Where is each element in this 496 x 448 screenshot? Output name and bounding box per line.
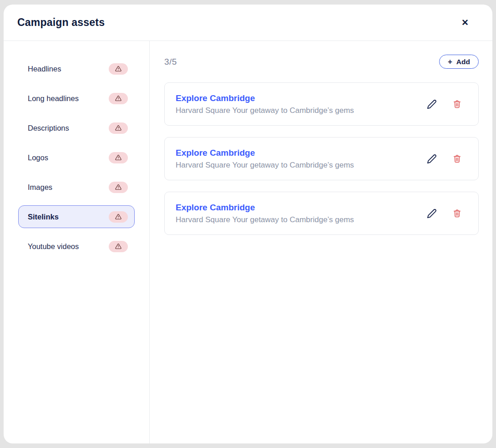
warning-badge <box>109 241 128 252</box>
sidebar-item-headlines[interactable]: Headlines <box>18 57 135 80</box>
asset-card: Explore Cambridge Harvard Square Your ge… <box>164 137 479 180</box>
alert-triangle-icon <box>115 154 121 161</box>
asset-card-actions <box>427 99 462 109</box>
alert-triangle-icon <box>115 214 121 220</box>
asset-card-list: Explore Cambridge Harvard Square Your ge… <box>164 82 479 235</box>
sidebar-item-label: Long headlines <box>28 94 79 103</box>
edit-button[interactable] <box>427 99 437 109</box>
asset-card-text: Explore Cambridge Harvard Square Your ge… <box>176 93 354 115</box>
asset-description: Harvard Square Your getaway to Cambridge… <box>176 161 354 170</box>
modal-header: Campaign assets ✕ <box>4 5 492 41</box>
sidebar-item-descriptions[interactable]: Descriptions <box>18 117 135 139</box>
pencil-icon <box>427 99 437 109</box>
warning-badge <box>109 152 128 163</box>
alert-triangle-icon <box>115 243 121 249</box>
asset-title: Explore Cambridge <box>176 203 354 213</box>
asset-card: Explore Cambridge Harvard Square Your ge… <box>164 82 479 126</box>
asset-types-sidebar: Headlines Long headlines Descriptions <box>4 41 150 443</box>
sidebar-item-long-headlines[interactable]: Long headlines <box>18 87 135 110</box>
warning-badge <box>109 182 128 193</box>
trash-icon[interactable] <box>452 209 462 218</box>
pencil-icon <box>427 154 437 164</box>
asset-title: Explore Cambridge <box>176 93 354 103</box>
campaign-assets-modal: Campaign assets ✕ Headlines Long headlin… <box>4 5 492 443</box>
trash-icon[interactable] <box>452 154 462 163</box>
modal-body: Headlines Long headlines Descriptions <box>4 41 492 443</box>
asset-card-text: Explore Cambridge Harvard Square Your ge… <box>176 148 354 170</box>
sidebar-item-sitelinks[interactable]: Sitelinks <box>18 205 135 228</box>
edit-button[interactable] <box>427 154 437 164</box>
add-button-label: Add <box>456 58 470 66</box>
sidebar-item-label: Headlines <box>28 65 61 73</box>
pencil-icon <box>427 209 437 219</box>
sidebar-item-label: Logos <box>28 153 48 162</box>
asset-count: 3/5 <box>164 57 177 67</box>
alert-triangle-icon <box>115 66 121 72</box>
warning-badge <box>109 211 128 223</box>
asset-card-actions <box>427 154 462 164</box>
alert-triangle-icon <box>115 95 121 102</box>
asset-description: Harvard Square Your getaway to Cambridge… <box>176 106 354 115</box>
warning-badge <box>109 122 128 134</box>
add-button[interactable]: + Add <box>439 55 479 69</box>
sidebar-item-logos[interactable]: Logos <box>18 146 135 169</box>
sidebar-item-label: Sitelinks <box>28 213 59 221</box>
sidebar-item-images[interactable]: Images <box>18 176 135 199</box>
trash-icon[interactable] <box>452 99 462 109</box>
asset-card-text: Explore Cambridge Harvard Square Your ge… <box>176 203 354 224</box>
sidebar-item-label: Descriptions <box>28 124 69 132</box>
sidebar-item-label: Youtube videos <box>28 242 79 251</box>
assets-panel: 3/5 + Add Explore Cambridge Harvard Squa… <box>150 41 492 443</box>
alert-triangle-icon <box>115 184 121 190</box>
warning-badge <box>109 93 128 104</box>
assets-toolbar: 3/5 + Add <box>164 55 479 69</box>
asset-description: Harvard Square Your getaway to Cambridge… <box>176 215 354 224</box>
asset-card: Explore Cambridge Harvard Square Your ge… <box>164 192 479 235</box>
asset-card-actions <box>427 209 462 219</box>
edit-button[interactable] <box>427 209 437 219</box>
close-icon[interactable]: ✕ <box>460 16 471 29</box>
asset-title: Explore Cambridge <box>176 148 354 158</box>
sidebar-item-youtube-videos[interactable]: Youtube videos <box>18 235 135 258</box>
page-title: Campaign assets <box>17 16 105 29</box>
plus-icon: + <box>448 57 452 66</box>
warning-badge <box>109 63 128 75</box>
alert-triangle-icon <box>115 125 121 131</box>
sidebar-item-label: Images <box>28 183 52 192</box>
